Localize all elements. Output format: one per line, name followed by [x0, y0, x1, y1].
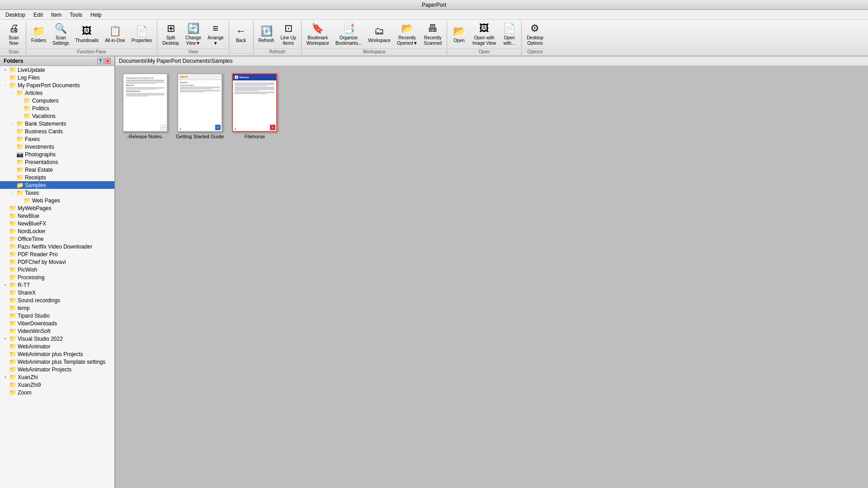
tree-item-xuanzhi9[interactable]: 📁 XuanZhi9: [0, 381, 114, 389]
expand-samples[interactable]: -: [9, 183, 16, 188]
tree-item-real-estate[interactable]: 📁 Real Estate: [0, 166, 114, 174]
organize-bookmarks-button[interactable]: 📑 OrganizeBookmarks...: [332, 21, 365, 48]
folder-icon-webanimator-projects: 📁: [9, 366, 16, 373]
tree-label-articles: Articles: [25, 90, 42, 96]
folder-icon-xuanzhi: 📁: [9, 374, 16, 380]
tree-item-processing[interactable]: 📁 Processing: [0, 273, 114, 281]
tree-item-newbluefx[interactable]: 📁 NewBlueFX: [0, 220, 114, 227]
folder-icon-newblue: 📁: [9, 212, 16, 219]
tree-item-faxes[interactable]: 📁 Faxes: [0, 135, 114, 143]
expand-liveupdate[interactable]: +: [2, 68, 9, 72]
tree-item-newblue[interactable]: 📁 NewBlue: [0, 212, 114, 220]
tree-item-videowinsoft[interactable]: 📁 VideoWinSoft: [0, 327, 114, 335]
folder-icon-web-pages: 📁: [24, 197, 31, 204]
tree-item-articles[interactable]: - 📁 Articles: [0, 89, 114, 97]
tree-item-investments[interactable]: 📁 Investments: [0, 143, 114, 150]
properties-button[interactable]: 📄 Properties: [128, 21, 156, 48]
folders-button[interactable]: 📁 Folders: [28, 21, 49, 48]
tree-item-web-pages[interactable]: 📁 Web Pages: [0, 197, 114, 204]
expand-taxes[interactable]: -: [9, 191, 16, 195]
thumb-flag-filehorse: K: [270, 125, 275, 130]
folder-icon-computers: 📁: [24, 97, 31, 104]
tree-item-visual-studio[interactable]: + 📁 Visual Studio 2022: [0, 335, 114, 343]
tree-item-receipts[interactable]: 📁 Receipts: [0, 174, 114, 181]
tree-item-webanimator-plus-projects[interactable]: 📁 WebAnimator plus Projects: [0, 350, 114, 358]
folders-help-button[interactable]: ?: [97, 58, 104, 64]
menu-item-item[interactable]: Item: [47, 11, 65, 19]
thumbnails-button[interactable]: 🖼 Thumbnails: [72, 21, 102, 48]
folder-icon-officetime: 📁: [9, 235, 16, 242]
thumbnails-icon: 🖼: [82, 25, 92, 37]
expand-my-paperport[interactable]: -: [2, 83, 9, 88]
tree-item-xuanzhi[interactable]: + 📁 XuanZhi: [0, 373, 114, 381]
change-view-button[interactable]: 🔄 ChangeView▼: [182, 21, 204, 48]
menu-item-help[interactable]: Help: [87, 11, 105, 19]
tree-item-pdf-reader-pro[interactable]: 📁 PDF Reader Pro: [0, 250, 114, 258]
refresh-label: Refresh: [255, 48, 299, 55]
expand-newblue: [2, 214, 9, 218]
tree-item-mywebpages[interactable]: 📁 MyWebPages: [0, 204, 114, 212]
tree-item-sharex[interactable]: 📁 ShareX: [0, 289, 114, 296]
menu-item-desktop[interactable]: Desktop: [2, 11, 29, 19]
open-button[interactable]: 📂 Open: [449, 21, 469, 48]
open-image-view-button[interactable]: 🖼 Open withImage View: [469, 21, 499, 48]
tree-item-bank-statements[interactable]: - 📁 Bank Statements: [0, 120, 114, 127]
tree-label-photographs: Photographs: [25, 151, 56, 158]
arrange-button[interactable]: ≡ Arrange▼: [204, 21, 227, 48]
tree-item-samples[interactable]: - 📁 Samples: [0, 181, 114, 189]
tree-item-pdfchef[interactable]: 📁 PDFChef by Movavi: [0, 258, 114, 266]
file-thumb-filehorse[interactable]: ℹ filehorse: [230, 71, 279, 141]
tree-label-webanimator-plus-template: WebAnimator plus Template settings: [18, 359, 105, 365]
menu-item-edit[interactable]: Edit: [30, 11, 47, 19]
tree-item-business-cards[interactable]: 📁 Business Cards: [0, 127, 114, 135]
tree-item-r-tt[interactable]: + 📁 R-TT: [0, 281, 114, 289]
toolbar-section-options: ⚙ DesktopOptions Options: [522, 21, 548, 55]
scan-now-button[interactable]: 🖨 ScanNow: [4, 21, 24, 48]
folders-close-button[interactable]: ×: [104, 58, 111, 64]
refresh-button[interactable]: 🔃 Refresh: [255, 21, 278, 48]
tree-item-my-paperport[interactable]: - 📁 My PaperPort Documents: [0, 81, 114, 89]
expand-r-tt[interactable]: +: [2, 283, 9, 287]
back-button[interactable]: ← Back: [231, 21, 251, 48]
tree-item-pazu[interactable]: 📁 Pazu Netflix Video Downloader: [0, 243, 114, 250]
tree-item-tipard-studio[interactable]: 📁 Tipard Studio: [0, 312, 114, 319]
bookmark-workspace-button[interactable]: 🔖 BookmarkWorkspace: [303, 21, 332, 48]
open-with-button[interactable]: 📄 Openwith...: [499, 21, 519, 48]
recently-scanned-button[interactable]: 🖷 RecentlyScanned: [421, 21, 445, 48]
expand-visual-studio[interactable]: +: [2, 337, 9, 341]
tree-item-temp[interactable]: 📁 temp: [0, 304, 114, 312]
tree-item-officetime[interactable]: 📁 OfficeTime: [0, 235, 114, 243]
tree-item-vacations[interactable]: 📁 Vacations: [0, 112, 114, 120]
file-thumb-release-notes[interactable]: Release Notes for PaperPort 14 What's Ne…: [121, 71, 170, 141]
scan-settings-button[interactable]: 🔍 ScanSettings: [49, 21, 72, 48]
tree-item-viberdownloads[interactable]: 📁 ViberDownloads: [0, 319, 114, 327]
tree-item-nordlocker[interactable]: 📁 NordLocker: [0, 227, 114, 235]
tree-item-zoom[interactable]: 📁 Zoom: [0, 389, 114, 396]
expand-xuanzhi[interactable]: +: [2, 375, 9, 380]
tree-item-webanimator[interactable]: 📁 WebAnimator: [0, 343, 114, 350]
split-desktop-button[interactable]: ⊞ SplitDesktop: [159, 21, 182, 48]
tree-label-presentations: Presentations: [25, 159, 58, 165]
workspace-button[interactable]: 🗂 Workspace: [365, 21, 394, 48]
tree-item-politics[interactable]: 📁 Politics: [0, 104, 114, 112]
tree-item-presentations[interactable]: 📁 Presentations: [0, 158, 114, 166]
file-thumb-getting-started[interactable]: KOFAX PaperPort Getting Started Manual K…: [174, 71, 226, 141]
tree-item-liveupdate[interactable]: + 📁 LiveUpdate: [0, 66, 114, 74]
all-in-one-button[interactable]: 📋 All-in-One: [102, 21, 128, 48]
tree-item-webanimator-projects[interactable]: 📁 WebAnimator Projects: [0, 366, 114, 373]
tree-item-webanimator-plus-template[interactable]: 📁 WebAnimator plus Template settings: [0, 358, 114, 366]
line-up-items-button[interactable]: ⊡ Line UpItems: [278, 21, 299, 48]
recently-opened-button[interactable]: 📂 RecentlyOpened▼: [394, 21, 420, 48]
menu-item-tools[interactable]: Tools: [66, 11, 86, 19]
tree-item-photographs[interactable]: 📷 Photographs: [0, 150, 114, 158]
tree-label-samples: Samples: [25, 182, 46, 188]
desktop-options-button[interactable]: ⚙ DesktopOptions: [524, 21, 547, 48]
expand-bank-statements[interactable]: -: [9, 122, 16, 126]
filehorse-icon: ℹ: [235, 75, 238, 79]
tree-item-computers[interactable]: 📁 Computers: [0, 97, 114, 104]
tree-item-taxes[interactable]: - 📁 Taxes: [0, 189, 114, 197]
tree-item-picwish[interactable]: 📁 PicWish: [0, 266, 114, 273]
tree-item-log-files[interactable]: 📁 Log Files: [0, 74, 114, 81]
expand-articles[interactable]: -: [9, 91, 16, 95]
tree-item-sound-recordings[interactable]: 📁 Sound recordings: [0, 296, 114, 304]
